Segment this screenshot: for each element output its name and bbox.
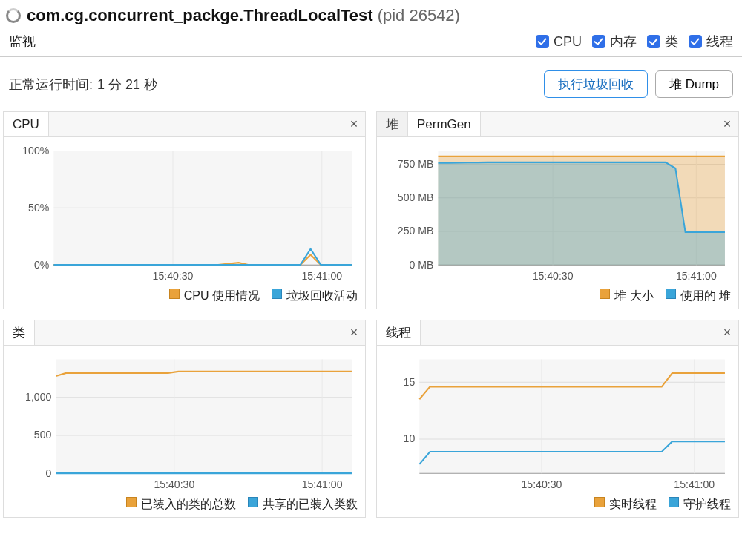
- close-icon[interactable]: ×: [716, 320, 738, 345]
- svg-text:1,000: 1,000: [25, 391, 51, 403]
- legend-swatch-blue: [248, 497, 258, 507]
- svg-text:15:41:00: 15:41:00: [302, 478, 343, 490]
- svg-text:15:40:30: 15:40:30: [522, 478, 562, 490]
- legend-label: CPU 使用情况: [184, 289, 260, 304]
- legend-label: 使用的 堆: [680, 289, 731, 304]
- legend-swatch-blue: [666, 289, 676, 299]
- svg-text:500: 500: [34, 429, 52, 441]
- perform-gc-button[interactable]: 执行垃圾回收: [544, 70, 648, 98]
- panel-threads: 线程 × 151015:40:3015:41:00 实时线程 守护线程: [376, 320, 739, 518]
- monitor-sub-bar: 监视 CPU 内存 类 线程: [0, 28, 742, 57]
- heap-chart: 750 MB500 MB250 MB0 MB15:40:3015:41:00: [386, 146, 729, 283]
- svg-text:100%: 100%: [22, 146, 49, 157]
- checkbox-threads[interactable]: 线程: [689, 33, 733, 50]
- legend-label: 共享的已装入类数: [263, 497, 358, 513]
- svg-rect-38: [419, 359, 725, 473]
- classes-chart: 1,000500015:40:3015:41:00: [13, 355, 356, 491]
- checkbox-icon: [647, 35, 660, 48]
- panel-threads-title[interactable]: 线程: [377, 320, 421, 345]
- svg-text:15:41:00: 15:41:00: [674, 478, 715, 490]
- process-class-name: com.cg.concurrent_packge.ThreadLocalTest: [27, 6, 373, 25]
- svg-rect-26: [56, 359, 352, 473]
- svg-text:0%: 0%: [34, 258, 49, 271]
- panel-classes: 类 × 1,000500015:40:3015:41:00 已装入的类的总数 共…: [3, 320, 366, 518]
- tab-monitor[interactable]: 监视: [9, 33, 36, 50]
- svg-text:250 MB: 250 MB: [398, 225, 434, 237]
- panel-cpu: CPU × 100%50%0%15:40:3015:41:00 CPU 使用情况…: [3, 111, 366, 309]
- close-icon[interactable]: ×: [343, 320, 365, 345]
- legend-swatch-orange: [594, 497, 605, 507]
- svg-text:15:40:30: 15:40:30: [154, 478, 194, 490]
- legend-swatch-blue: [272, 289, 282, 299]
- svg-text:500 MB: 500 MB: [398, 191, 434, 204]
- uptime-label: 正常运行时间:: [9, 76, 93, 93]
- checkbox-icon: [592, 35, 605, 48]
- checkbox-label: CPU: [554, 34, 582, 50]
- tab-heap[interactable]: 堆: [377, 112, 408, 136]
- close-icon[interactable]: ×: [716, 112, 738, 136]
- checkbox-classes[interactable]: 类: [647, 33, 678, 50]
- legend-label: 垃圾回收活动: [286, 289, 358, 304]
- svg-text:15:40:30: 15:40:30: [153, 269, 194, 282]
- heap-dump-button[interactable]: 堆 Dump: [655, 70, 733, 98]
- panel-heap-legend: 堆 大小 使用的 堆: [377, 286, 738, 309]
- title-bar: com.cg.concurrent_packge.ThreadLocalTest…: [0, 0, 742, 28]
- busy-spinner-icon: [6, 8, 21, 23]
- checkbox-label: 内存: [610, 33, 637, 50]
- checkbox-label: 线程: [706, 33, 733, 50]
- panel-classes-title[interactable]: 类: [4, 320, 35, 345]
- legend-label: 堆 大小: [614, 289, 653, 304]
- svg-text:15:40:30: 15:40:30: [533, 269, 574, 282]
- panel-classes-legend: 已装入的类的总数 共享的已装入类数: [4, 494, 365, 517]
- legend-label: 守护线程: [683, 497, 731, 513]
- svg-text:15: 15: [404, 375, 416, 388]
- legend-swatch-orange: [126, 497, 137, 507]
- svg-text:750 MB: 750 MB: [398, 157, 434, 170]
- checkbox-icon: [536, 35, 549, 48]
- svg-text:15:41:00: 15:41:00: [676, 269, 717, 282]
- legend-label: 已装入的类的总数: [141, 497, 236, 513]
- legend-swatch-blue: [669, 497, 679, 507]
- svg-text:15:41:00: 15:41:00: [301, 269, 342, 282]
- svg-text:50%: 50%: [28, 201, 49, 214]
- panel-heap: 堆 PermGen × 750 MB500 MB250 MB0 MB15:40:…: [376, 111, 739, 309]
- panels-grid: CPU × 100%50%0%15:40:3015:41:00 CPU 使用情况…: [0, 111, 742, 522]
- checkbox-icon: [689, 35, 702, 48]
- legend-swatch-orange: [169, 289, 180, 299]
- panel-cpu-legend: CPU 使用情况 垃圾回收活动: [4, 286, 365, 309]
- uptime-row: 正常运行时间: 1 分 21 秒 执行垃圾回收 堆 Dump: [0, 57, 742, 111]
- svg-text:10: 10: [404, 432, 416, 445]
- panel-cpu-title[interactable]: CPU: [4, 112, 49, 136]
- panel-threads-legend: 实时线程 守护线程: [377, 494, 738, 517]
- checkbox-label: 类: [665, 33, 678, 50]
- cpu-chart: 100%50%0%15:40:3015:41:00: [13, 146, 356, 283]
- close-icon[interactable]: ×: [343, 112, 365, 136]
- checkbox-cpu[interactable]: CPU: [536, 34, 582, 50]
- legend-label: 实时线程: [609, 497, 657, 513]
- svg-text:0: 0: [45, 467, 51, 479]
- legend-swatch-orange: [600, 289, 610, 299]
- tab-permgen[interactable]: PermGen: [408, 112, 481, 136]
- svg-text:0 MB: 0 MB: [410, 258, 434, 271]
- threads-chart: 151015:40:3015:41:00: [386, 355, 729, 491]
- checkbox-memory[interactable]: 内存: [592, 33, 637, 50]
- uptime-value: 1 分 21 秒: [97, 76, 157, 93]
- process-pid: (pid 26542): [378, 6, 460, 25]
